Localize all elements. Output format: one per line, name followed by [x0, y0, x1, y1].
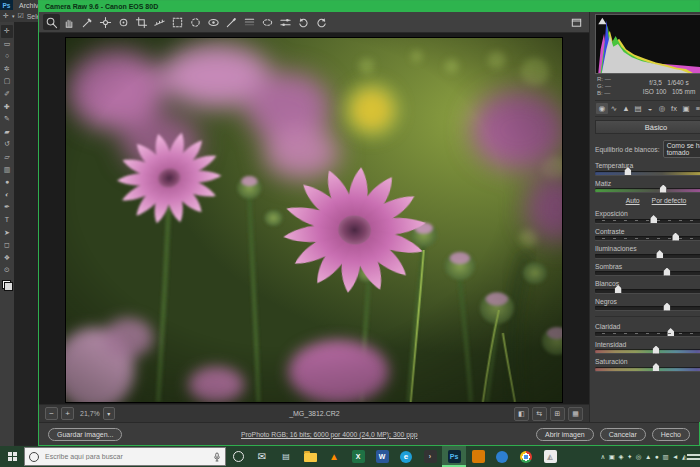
crop-tool[interactable]: ▢ — [1, 75, 13, 88]
spot-heal-tool[interactable]: ✚ — [1, 101, 13, 114]
preferences-tool-button[interactable] — [277, 14, 294, 30]
tab-hsl-grayscale[interactable]: ▤ — [632, 103, 644, 114]
tray-icon-1[interactable]: ▣ — [609, 453, 615, 461]
preview-preferences-icon[interactable]: ▦ — [568, 407, 583, 421]
color-sampler-tool-button[interactable] — [97, 14, 114, 30]
taskbar-app-excel[interactable]: X — [346, 446, 370, 467]
workflow-options-link[interactable]: ProPhoto RGB; 16 bits; 6000 por 4000 (24… — [128, 431, 530, 438]
brush-tool[interactable]: ✎ — [1, 113, 13, 126]
rotate-right-tool-button[interactable] — [313, 14, 330, 30]
slider-track[interactable] — [595, 236, 700, 240]
tab-basic[interactable]: ◉ — [596, 103, 608, 114]
slider-track[interactable] — [595, 306, 700, 310]
open-image-button[interactable]: Abrir imagen — [536, 428, 594, 441]
move-tool[interactable]: ✛ — [1, 25, 13, 38]
slider-track[interactable] — [595, 349, 700, 353]
spot-removal-tool-button[interactable] — [187, 14, 204, 30]
swap-before-after-icon[interactable]: ⇆ — [532, 407, 547, 421]
tray-icon-4[interactable]: ◎ — [636, 453, 642, 461]
taskbar-app-photos[interactable]: ◭ — [538, 446, 562, 467]
hand-tool[interactable]: ❖ — [1, 252, 13, 265]
tray-icon-2[interactable]: ◈ — [618, 453, 623, 461]
dialog-title[interactable]: Camera Raw 9.6 - Canon EOS 80D — [39, 1, 699, 12]
taskbar-app-mail[interactable]: ✉ — [250, 446, 274, 467]
transform-tool-button[interactable] — [169, 14, 186, 30]
slider-track[interactable] — [595, 219, 700, 223]
tab-presets[interactable]: ≡ — [692, 103, 700, 114]
flower-photo[interactable] — [65, 37, 563, 403]
preview-mode-icon[interactable]: ◧ — [514, 407, 529, 421]
tray-icon-6[interactable]: ● — [655, 453, 659, 460]
magic-wand-tool[interactable]: ✲ — [1, 63, 13, 76]
done-button[interactable]: Hecho — [652, 428, 690, 441]
search-input[interactable] — [43, 452, 209, 461]
history-brush-tool[interactable]: ↺ — [1, 138, 13, 151]
tab-detail[interactable]: ▲ — [620, 103, 632, 114]
slider-track[interactable] — [595, 171, 700, 175]
background-color[interactable] — [4, 282, 13, 291]
taskbar-app-vlc[interactable]: ▲ — [322, 446, 346, 467]
zoom-tool[interactable]: ⊙ — [1, 264, 13, 277]
chevron-up[interactable]: ∧ — [600, 453, 605, 461]
eraser-tool[interactable]: ▱ — [1, 151, 13, 164]
straighten-tool-button[interactable] — [151, 14, 168, 30]
taskbar-app-store[interactable]: ▤ — [274, 446, 298, 467]
type-tool[interactable]: T — [1, 214, 13, 227]
clone-stamp-tool[interactable]: ▰ — [1, 126, 13, 139]
cancel-button[interactable]: Cancelar — [600, 428, 646, 441]
slider-track[interactable] — [595, 289, 700, 293]
taskbar-app-edge[interactable]: e — [394, 446, 418, 467]
rect-marquee-tool[interactable]: ▭ — [1, 38, 13, 51]
save-image-button[interactable]: Guardar imagen... — [48, 428, 122, 441]
auto-link[interactable]: Auto — [626, 197, 640, 204]
slider-track[interactable] — [595, 367, 700, 371]
zoom-in-button[interactable]: + — [61, 407, 74, 420]
graduated-filter-tool-button[interactable] — [241, 14, 258, 30]
crop-tool-button[interactable] — [133, 14, 150, 30]
start-button[interactable] — [0, 446, 24, 467]
slider-track[interactable] — [595, 188, 700, 192]
blur-tool[interactable]: ● — [1, 176, 13, 189]
white-balance-tool-button[interactable] — [79, 14, 96, 30]
tab-tone-curve[interactable]: ∿ — [608, 103, 620, 114]
taskbar-app-chrome[interactable] — [514, 446, 538, 467]
taskbar-app-orange-app[interactable] — [466, 446, 490, 467]
auto-select-checkbox[interactable]: ☑ — [17, 12, 23, 20]
rect-shape-tool[interactable]: ◻ — [1, 239, 13, 252]
slider-track[interactable] — [595, 271, 700, 275]
color-swatches[interactable] — [2, 280, 13, 291]
tray-icon-5[interactable]: ▲ — [645, 453, 651, 460]
white-balance-select[interactable]: Como se ha tomado ▾ — [663, 140, 700, 158]
pen-tool[interactable]: ✒ — [1, 201, 13, 214]
red-eye-tool-button[interactable] — [205, 14, 222, 30]
tray-icon-7[interactable]: ▥ — [662, 453, 668, 461]
taskbar-app-blue-app[interactable] — [490, 446, 514, 467]
tab-camera-calibration[interactable]: ▣ — [680, 103, 692, 114]
copy-settings-icon[interactable]: ⊞ — [550, 407, 565, 421]
zoom-level-dropdown[interactable]: ▾ — [103, 407, 115, 420]
tab-lens-corrections[interactable]: ◎ — [656, 103, 668, 114]
taskbar-app-cortana[interactable] — [226, 446, 250, 467]
adjustment-brush-tool-button[interactable] — [223, 14, 240, 30]
taskbar-app-photoshop[interactable]: Ps — [442, 446, 466, 467]
default-link[interactable]: Por defecto — [652, 197, 687, 204]
gradient-tool[interactable]: ▥ — [1, 164, 13, 177]
slider-track[interactable] — [595, 332, 700, 336]
slider-track[interactable] — [595, 254, 700, 258]
taskbar-search[interactable] — [24, 447, 226, 466]
hand-tool-button[interactable] — [61, 14, 78, 30]
tab-effects[interactable]: fx — [668, 103, 680, 114]
network-icon[interactable]: ◄ — [672, 453, 678, 460]
rotate-left-tool-button[interactable] — [295, 14, 312, 30]
dodge-tool[interactable]: ◐ — [1, 189, 13, 202]
eyedropper-tool[interactable]: ✐ — [1, 88, 13, 101]
toggle-fullscreen-button[interactable] — [568, 14, 585, 30]
taskbar-app-terminal[interactable]: › — [418, 446, 442, 467]
targeted-adjustment-tool-button[interactable] — [115, 14, 132, 30]
radial-filter-tool-button[interactable] — [259, 14, 276, 30]
taskbar-clock[interactable] — [687, 454, 700, 460]
tab-split-toning[interactable]: ◒ — [644, 103, 656, 114]
taskbar-app-file-explorer[interactable] — [298, 446, 322, 467]
path-select-tool[interactable]: ➤ — [1, 227, 13, 240]
zoom-out-button[interactable]: − — [45, 407, 58, 420]
